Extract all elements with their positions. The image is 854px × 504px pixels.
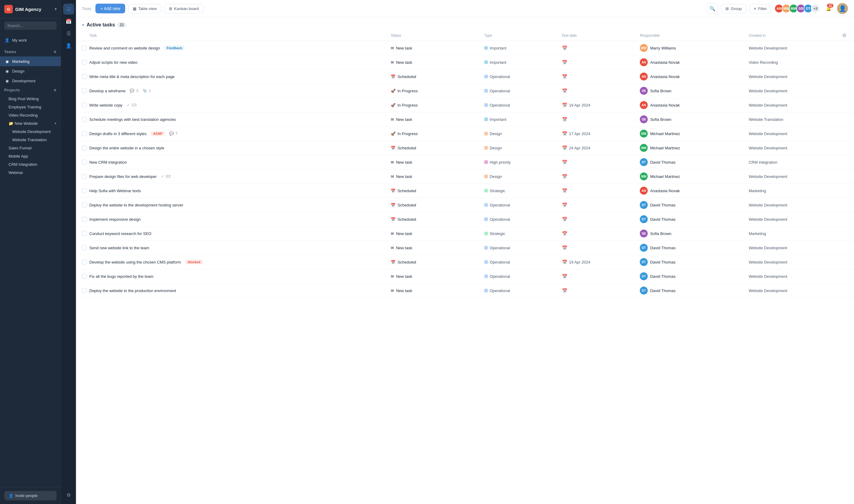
task-type-cell[interactable]: Operational [481,70,558,84]
col-settings-icon[interactable]: ⚙ [842,33,847,38]
task-status-cell[interactable]: 📅 Scheduled [387,141,480,155]
new-website-chevron[interactable]: ▾ [55,122,56,125]
sidebar-item-crm[interactable]: CRM Integration [0,160,61,168]
task-type-cell[interactable]: Design [481,169,558,184]
task-name-cell[interactable]: Review and comment on website designFeed… [76,41,387,55]
task-due-cell[interactable]: 📅 [558,70,636,84]
user-avatar[interactable]: 👤 [837,3,848,14]
task-type-cell[interactable]: Strategic [481,227,558,241]
sidebar-item-employee-training[interactable]: Employee Training [0,103,61,111]
task-status-cell[interactable]: 🚀 In Progress [387,84,480,98]
task-name-cell[interactable]: Write meta title & meta description for … [76,70,387,84]
task-responsible-cell[interactable]: DT David Thomas [636,269,745,284]
task-type-cell[interactable]: Operational [481,198,558,212]
task-responsible-cell[interactable]: DT David Thomas [636,241,745,255]
search-button[interactable]: 🔍 [707,3,718,14]
task-name-cell[interactable]: Write website copy✓1/3 [76,98,387,112]
task-status-cell[interactable]: ✉ New task [387,269,480,284]
task-responsible-cell[interactable]: SB Sofia Brown [636,227,745,241]
task-due-cell[interactable]: 📅 [558,198,636,212]
task-responsible-cell[interactable]: DT David Thomas [636,212,745,227]
task-due-cell[interactable]: 📅 [558,41,636,55]
teams-add-btn[interactable]: + [53,49,56,55]
sidebar-item-blog-post[interactable]: Blog Post Writing [0,95,61,103]
invite-people-button[interactable]: 👤 Invite people [4,491,56,500]
task-responsible-cell[interactable]: DT David Thomas [636,255,745,269]
task-checkbox[interactable] [82,46,87,50]
task-responsible-cell[interactable]: MM Michael Martinez [636,127,745,141]
task-status-cell[interactable]: ✉ New task [387,284,480,298]
add-new-button[interactable]: + Add new [95,4,125,13]
task-due-cell[interactable]: 📅 [558,269,636,284]
app-chevron[interactable]: ▾ [55,7,56,11]
task-status-cell[interactable]: ✉ New task [387,41,480,55]
task-due-cell[interactable]: 📅 [558,227,636,241]
task-responsible-cell[interactable]: AN Anastasia Novak [636,70,745,84]
strip-settings-icon[interactable]: ⚙ [63,489,74,500]
filter-button[interactable]: ≡ Filter [749,4,771,13]
task-responsible-cell[interactable]: AN Anastasia Novak [636,184,745,198]
notification-button[interactable]: 🔔 12 [823,3,834,14]
task-name-cell[interactable]: Conduct keyword research for SEO [76,227,387,241]
task-responsible-cell[interactable]: SB Sofia Brown [636,112,745,127]
task-checkbox[interactable] [82,145,87,150]
task-status-cell[interactable]: 📅 Scheduled [387,255,480,269]
task-due-cell[interactable]: 📅 17 Apr 2024 [558,127,636,141]
task-responsible-cell[interactable]: MM Michael Martinez [636,169,745,184]
task-name-cell[interactable]: Design drafts in 3 different stylesASAP💬… [76,127,387,141]
task-due-cell[interactable]: 📅 [558,112,636,127]
task-type-cell[interactable]: Design [481,141,558,155]
task-checkbox[interactable] [82,259,87,265]
task-due-cell[interactable]: 📅 19 Apr 2024 [558,255,636,269]
task-type-cell[interactable]: Design [481,127,558,141]
sidebar-item-design[interactable]: ◉ Design [0,66,61,76]
table-view-button[interactable]: ▦ Table view [128,4,161,13]
task-type-cell[interactable]: Operational [481,255,558,269]
sidebar-item-webinar[interactable]: Webinar [0,168,61,177]
task-checkbox[interactable] [82,174,87,179]
task-due-cell[interactable]: 📅 [558,184,636,198]
task-type-cell[interactable]: Important [481,41,558,55]
task-checkbox[interactable] [82,88,87,93]
task-due-cell[interactable]: 📅 [558,55,636,70]
task-name-cell[interactable]: Send new website link to the team [76,241,387,255]
sidebar-item-mobile-app[interactable]: Mobile App [0,152,61,160]
task-status-cell[interactable]: ✉ New task [387,169,480,184]
task-due-cell[interactable]: 📅 [558,169,636,184]
task-name-cell[interactable]: Develop a wireframe💬3📎1 [76,84,387,98]
task-checkbox[interactable] [82,231,87,236]
sidebar-item-website-dev[interactable]: Website Development [0,127,61,136]
strip-person-icon[interactable]: 👤 [63,40,74,51]
task-type-cell[interactable]: Operational [481,269,558,284]
task-due-cell[interactable]: 📅 [558,155,636,169]
task-name-cell[interactable]: Prepare design files for web developer✓0… [76,169,387,184]
task-due-cell[interactable]: 📅 [558,84,636,98]
task-status-cell[interactable]: 🚀 In Progress [387,127,480,141]
task-status-cell[interactable]: 📅 Scheduled [387,212,480,227]
task-type-cell[interactable]: Operational [481,98,558,112]
task-checkbox[interactable] [82,103,87,107]
task-type-cell[interactable]: High priority [481,155,558,169]
task-type-cell[interactable]: Operational [481,241,558,255]
task-due-cell[interactable]: 📅 [558,284,636,298]
section-chevron[interactable]: ▾ [82,22,84,27]
group-button[interactable]: ⊞ Group [721,4,746,13]
task-due-cell[interactable]: 📅 19 Apr 2024 [558,98,636,112]
task-name-cell[interactable]: Develop the website using the chosen CMS… [76,255,387,269]
task-due-cell[interactable]: 📅 [558,241,636,255]
strip-list-icon[interactable]: ☰ [63,28,74,39]
task-checkbox[interactable] [82,117,87,122]
task-status-cell[interactable]: ✉ New task [387,241,480,255]
task-checkbox[interactable] [82,160,87,165]
task-responsible-cell[interactable]: MW Marry Williams [636,41,745,55]
task-due-cell[interactable]: 📅 24 Apr 2024 [558,141,636,155]
sidebar-item-mywork[interactable]: 👤 My work [0,35,61,45]
task-checkbox[interactable] [82,60,87,65]
task-name-cell[interactable]: Design the entire website in a chosen st… [76,141,387,155]
task-checkbox[interactable] [82,245,87,250]
task-name-cell[interactable]: Help Sofia with Webinar texts [76,184,387,198]
task-responsible-cell[interactable]: AN Anastasia Novak [636,55,745,70]
strip-tasks-icon[interactable]: ☑ [63,4,74,15]
task-status-cell[interactable]: ✉ New task [387,227,480,241]
task-responsible-cell[interactable]: DT David Thomas [636,284,745,298]
